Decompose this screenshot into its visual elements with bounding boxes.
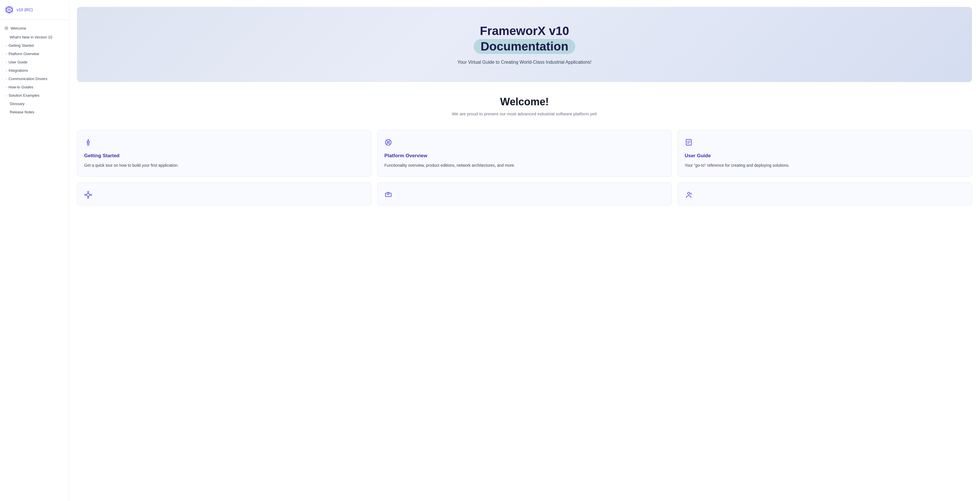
chevron-icon: › — [6, 69, 7, 72]
svg-point-12 — [85, 194, 86, 196]
sidebar-item-integrations-label: Integrations — [9, 68, 28, 73]
sidebar-item-release-notes-label: Release Notes — [10, 110, 34, 114]
sidebar-item-user-guide-label: User Guide — [9, 60, 27, 64]
sidebar-item-platform-overview[interactable]: › Platform Overview — [0, 50, 68, 58]
chevron-icon: › — [6, 86, 7, 89]
sidebar-item-whats-new[interactable]: What's New in Version 10 — [0, 33, 68, 41]
card-getting-started[interactable]: Getting Started Get a quick tour on how … — [77, 130, 371, 177]
svg-point-2 — [385, 140, 391, 145]
sidebar-item-release-notes[interactable]: Release Notes — [0, 108, 68, 116]
chevron-icon: › — [6, 94, 7, 97]
sidebar-item-glossary[interactable]: Glossary — [0, 100, 68, 108]
svg-point-1 — [88, 141, 89, 143]
platform-overview-icon — [384, 138, 664, 148]
svg-rect-5 — [686, 139, 691, 145]
sidebar-item-how-to-guides[interactable]: › How-to Guides — [0, 83, 68, 91]
cards-grid-2 — [69, 182, 980, 214]
hero-title-line1: FrameworX v10 — [89, 24, 961, 38]
welcome-subtitle: We are proud to present our most advance… — [77, 111, 972, 116]
svg-point-11 — [88, 197, 89, 198]
getting-started-icon — [84, 138, 364, 148]
card-platform-overview-desc: Functionality overview, product editions… — [384, 162, 664, 168]
card-user-guide-desc: Your "go-to" reference for creating and … — [685, 162, 965, 168]
sidebar-item-how-to-guides-label: How-to Guides — [9, 85, 33, 89]
sidebar-nav: ⊞ Welcome What's New in Version 10 › Get… — [0, 20, 68, 501]
sidebar-item-communication-drivers-label: Communication Drivers — [9, 77, 48, 81]
app-logo-icon — [5, 5, 14, 14]
grid-icon: ⊞ — [5, 25, 8, 31]
integrations-icon — [84, 191, 364, 201]
svg-point-21 — [687, 192, 690, 195]
svg-point-13 — [91, 194, 92, 196]
sidebar-item-solution-examples[interactable]: › Solution Examples — [0, 91, 68, 100]
comm-drivers-icon — [384, 191, 664, 201]
main-content: FrameworX v10 Documentation Your Virtual… — [69, 0, 980, 501]
chevron-icon: › — [6, 60, 7, 64]
sidebar-item-whats-new-label: What's New in Version 10 — [10, 35, 52, 39]
card-comm-drivers-partial[interactable] — [377, 182, 671, 205]
sidebar-welcome-label: Welcome — [11, 26, 26, 30]
chevron-icon: › — [6, 44, 7, 48]
welcome-title: Welcome! — [77, 96, 972, 108]
card-getting-started-desc: Get a quick tour on how to build your fi… — [84, 162, 364, 168]
hero-title-line2-wrapper: Documentation — [474, 39, 575, 54]
card-user-guide-title: User Guide — [685, 153, 965, 159]
sidebar-item-platform-overview-label: Platform Overview — [9, 52, 39, 56]
sidebar-welcome-section: ⊞ Welcome — [0, 23, 68, 33]
hero-subtitle: Your Virtual Guide to Creating World-Cla… — [89, 60, 961, 65]
how-to-icon — [685, 191, 965, 201]
hero-title-line2: Documentation — [474, 39, 575, 54]
sidebar-item-getting-started-label: Getting Started — [9, 43, 33, 48]
chevron-icon: › — [6, 77, 7, 81]
sidebar-resize-handle[interactable] — [67, 0, 68, 501]
user-guide-icon — [685, 138, 965, 148]
card-user-guide[interactable]: User Guide Your "go-to" reference for cr… — [678, 130, 972, 177]
sidebar-item-getting-started[interactable]: › Getting Started — [0, 41, 68, 50]
svg-point-9 — [87, 193, 90, 196]
sidebar: v10 (RC) ⊞ Welcome What's New in Version… — [0, 0, 69, 501]
app-version: v10 (RC) — [17, 8, 33, 12]
hero-banner: FrameworX v10 Documentation Your Virtual… — [77, 7, 972, 82]
sidebar-item-communication-drivers[interactable]: › Communication Drivers — [0, 75, 68, 83]
card-platform-overview-title: Platform Overview — [384, 153, 664, 159]
sidebar-item-solution-examples-label: Solution Examples — [9, 93, 40, 98]
sidebar-item-glossary-label: Glossary — [10, 101, 24, 106]
card-integrations-partial[interactable] — [77, 182, 371, 205]
card-how-to-partial[interactable] — [678, 182, 972, 205]
sidebar-item-user-guide[interactable]: › User Guide — [0, 58, 68, 66]
card-getting-started-title: Getting Started — [84, 153, 364, 159]
card-platform-overview[interactable]: Platform Overview Functionality overview… — [377, 130, 671, 177]
svg-point-10 — [88, 191, 89, 193]
sidebar-item-integrations[interactable]: › Integrations — [0, 66, 68, 75]
chevron-icon: › — [6, 52, 7, 55]
welcome-section: Welcome! We are proud to present our mos… — [69, 82, 980, 122]
cards-grid: Getting Started Get a quick tour on how … — [69, 122, 980, 182]
sidebar-header: v10 (RC) — [0, 0, 68, 20]
